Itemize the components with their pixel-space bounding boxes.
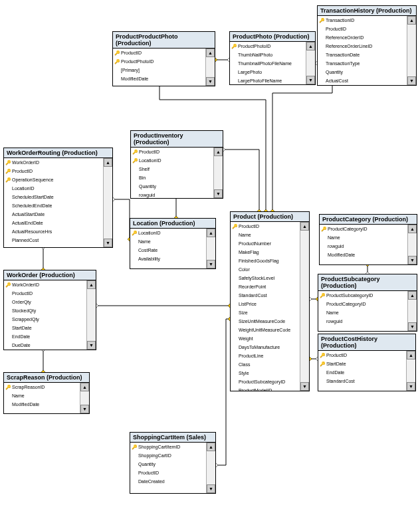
column-row[interactable]: ProductSubcategoryID <box>318 291 407 300</box>
diagram-canvas[interactable]: TransactionHistory (Production)Transacti… <box>0 0 420 517</box>
table-product-photo[interactable]: ProductPhoto (Production)ProductPhotoIDT… <box>229 31 316 85</box>
relationship-connector[interactable] <box>223 150 259 211</box>
scroll-up-icon[interactable]: ▲ <box>87 280 96 289</box>
scrollbar[interactable]: ▲▼ <box>407 225 417 264</box>
column-row[interactable]: ProductLine <box>231 352 300 360</box>
column-row[interactable]: ProductNumber <box>231 239 300 248</box>
column-row[interactable]: LargePhotoFileName <box>230 76 306 84</box>
column-row[interactable]: [Primary] <box>113 66 205 74</box>
column-row[interactable]: ProductModelID <box>231 386 300 391</box>
column-row[interactable]: Name <box>130 237 206 246</box>
scroll-track[interactable] <box>214 156 223 189</box>
scroll-track[interactable] <box>104 167 112 239</box>
scroll-down-icon[interactable]: ▼ <box>207 260 215 268</box>
column-row[interactable]: StartDate <box>4 324 86 332</box>
scroll-down-icon[interactable]: ▼ <box>306 76 315 84</box>
scroll-down-icon[interactable]: ▼ <box>214 189 223 198</box>
table-header[interactable]: Product (Production) <box>231 212 309 222</box>
table-product-subcategory[interactable]: ProductSubcategory (Production)ProductSu… <box>318 274 417 332</box>
column-row[interactable]: Availability <box>130 255 206 263</box>
column-row[interactable]: Name <box>320 233 407 242</box>
column-row[interactable]: TransactionType <box>318 59 407 68</box>
scroll-track[interactable] <box>408 300 417 322</box>
scroll-up-icon[interactable]: ▲ <box>207 443 215 451</box>
scroll-up-icon[interactable]: ▲ <box>206 49 215 57</box>
table-header[interactable]: Location (Production) <box>130 219 215 229</box>
column-row[interactable]: Name <box>318 308 407 317</box>
column-row[interactable]: Shelf <box>131 165 213 173</box>
scroll-up-icon[interactable]: ▲ <box>207 229 215 237</box>
column-row[interactable]: ProductSubcategoryID <box>231 377 300 386</box>
column-row[interactable]: LocationID <box>131 156 213 165</box>
scrollbar[interactable]: ▲▼ <box>206 443 215 493</box>
column-row[interactable]: ProductID <box>131 148 213 156</box>
scroll-down-icon[interactable]: ▼ <box>80 405 89 413</box>
scrollbar[interactable]: ▲▼ <box>205 49 215 86</box>
column-row[interactable]: LocationID <box>130 229 206 237</box>
column-row[interactable]: Quantity <box>131 182 213 191</box>
scroll-track[interactable] <box>80 391 89 405</box>
column-row[interactable]: Weight <box>231 334 300 343</box>
relationship-connector[interactable] <box>216 319 230 465</box>
table-product-cost-history[interactable]: ProductCostHistory (Production)ProductID… <box>318 334 416 391</box>
column-row[interactable]: CostRate <box>130 246 206 255</box>
scroll-up-icon[interactable]: ▲ <box>214 148 223 156</box>
scroll-track[interactable] <box>407 25 416 76</box>
column-row[interactable]: rowguid <box>318 317 407 326</box>
scroll-up-icon[interactable]: ▲ <box>407 16 416 25</box>
table-header[interactable]: ProductProductPhoto (Production) <box>113 32 215 49</box>
column-row[interactable]: ShoppingCartID <box>130 451 206 460</box>
column-row[interactable]: StartDate <box>318 360 406 368</box>
column-row[interactable]: ReorderPoint <box>231 282 300 291</box>
column-row[interactable]: DueDate <box>4 341 86 350</box>
column-row[interactable]: ProductID <box>4 167 103 175</box>
table-product-category[interactable]: ProductCategory (Production)ProductCateg… <box>319 214 417 265</box>
table-shopping-cart-item[interactable]: ShoppingCartItem (Sales)ShoppingCartItem… <box>130 432 216 494</box>
scroll-down-icon[interactable]: ▼ <box>206 77 215 86</box>
column-row[interactable]: LocationID <box>4 184 103 193</box>
scroll-track[interactable] <box>87 289 96 341</box>
scrollbar[interactable]: ▲▼ <box>407 291 417 331</box>
column-row[interactable]: ProductPhotoID <box>113 57 205 66</box>
table-header[interactable]: ScrapReason (Production) <box>4 373 89 383</box>
column-row[interactable]: SafetyStockLevel <box>231 274 300 282</box>
table-scrap-reason[interactable]: ScrapReason (Production)ScrapReasonIDNam… <box>3 372 90 414</box>
scrollbar[interactable]: ▲▼ <box>86 280 96 350</box>
scrollbar[interactable]: ▲▼ <box>103 158 112 247</box>
scrollbar[interactable]: ▲▼ <box>213 148 223 198</box>
column-row[interactable]: Bin <box>131 173 213 182</box>
table-work-order-routing[interactable]: WorkOrderRouting (Production)WorkOrderID… <box>3 148 113 248</box>
column-row[interactable]: OrderQty <box>4 298 86 306</box>
table-header[interactable]: ShoppingCartItem (Sales) <box>130 433 215 443</box>
column-row[interactable]: FinishedGoodsFlag <box>231 257 300 265</box>
scrollbar[interactable]: ▲▼ <box>300 222 309 391</box>
column-row[interactable]: Class <box>231 360 300 369</box>
table-product-product-photo[interactable]: ProductProductPhoto (Production)ProductI… <box>112 31 215 86</box>
scroll-up-icon[interactable]: ▲ <box>80 383 89 391</box>
column-row[interactable]: ThumbNailPhoto <box>230 51 306 59</box>
column-row[interactable]: Quantity <box>130 460 206 468</box>
column-row[interactable]: WorkOrderID <box>4 158 103 167</box>
table-location[interactable]: Location (Production)LocationIDNameCostR… <box>130 218 216 269</box>
scroll-down-icon[interactable]: ▼ <box>104 239 112 247</box>
column-row[interactable]: ModifiedDate <box>113 74 205 83</box>
scroll-down-icon[interactable]: ▼ <box>207 484 215 493</box>
column-row[interactable]: Style <box>231 369 300 377</box>
column-row[interactable]: TransactionID <box>318 16 407 25</box>
scroll-track[interactable] <box>300 231 309 382</box>
column-row[interactable]: ProductID <box>318 25 407 33</box>
column-row[interactable]: ScrappedQty <box>4 315 86 324</box>
scroll-track[interactable] <box>407 360 415 382</box>
column-row[interactable]: ThumbnailPhotoFileName <box>230 59 306 68</box>
column-row[interactable]: OperationSequence <box>4 175 103 184</box>
column-row[interactable]: TransactionDate <box>318 51 407 59</box>
table-transaction-history[interactable]: TransactionHistory (Production)Transacti… <box>317 5 417 86</box>
column-row[interactable]: ProductID <box>231 222 300 231</box>
column-row[interactable]: WeightUnitMeasureCode <box>231 326 300 334</box>
table-header[interactable]: ProductSubcategory (Production) <box>318 274 417 291</box>
column-row[interactable]: ScheduledEndDate <box>4 201 103 210</box>
relationship-connector[interactable] <box>113 199 130 239</box>
column-row[interactable]: StockedQty <box>4 306 86 315</box>
column-row[interactable]: StandardCost <box>318 377 406 385</box>
scroll-track[interactable] <box>206 57 215 77</box>
